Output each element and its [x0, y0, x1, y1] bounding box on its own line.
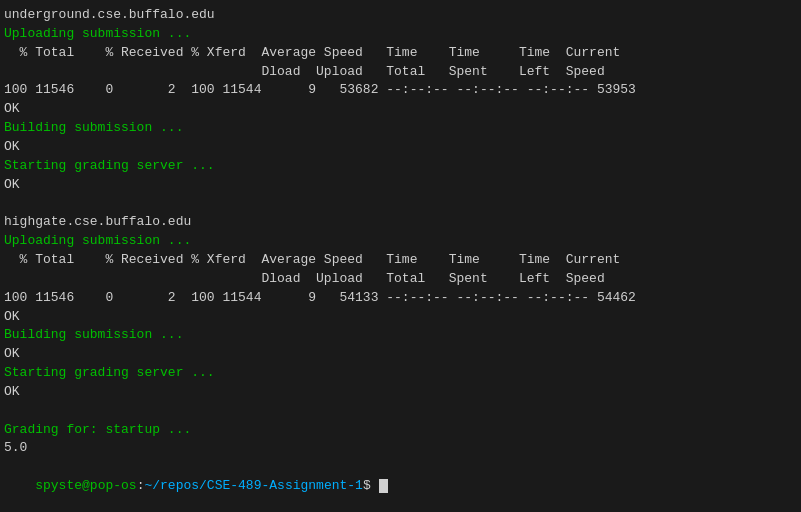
prompt-line[interactable]: spyste@pop-os:~/repos/CSE-489-Assignment…: [4, 458, 797, 512]
line-18: Building submission ...: [4, 326, 797, 345]
line-5: 100 11546 0 2 100 11544 9 53682 --:--:--…: [4, 81, 797, 100]
terminal: underground.cse.buffalo.edu Uploading su…: [0, 0, 801, 512]
prompt-path: ~/repos/CSE-489-Assignment-1: [144, 478, 362, 493]
line-3: % Total % Received % Xferd Average Speed…: [4, 44, 797, 63]
line-24: 5.0: [4, 439, 797, 458]
line-11: [4, 194, 797, 213]
prompt-dollar: $: [363, 478, 379, 493]
line-8: OK: [4, 138, 797, 157]
line-7: Building submission ...: [4, 119, 797, 138]
line-6: OK: [4, 100, 797, 119]
line-4: Dload Upload Total Spent Left Speed: [4, 63, 797, 82]
line-14: % Total % Received % Xferd Average Speed…: [4, 251, 797, 270]
line-12: highgate.cse.buffalo.edu: [4, 213, 797, 232]
line-2: Uploading submission ...: [4, 25, 797, 44]
line-10: OK: [4, 176, 797, 195]
line-22: [4, 402, 797, 421]
line-20: Starting grading server ...: [4, 364, 797, 383]
line-9: Starting grading server ...: [4, 157, 797, 176]
prompt-user: spyste: [35, 478, 82, 493]
line-23: Grading for: startup ...: [4, 421, 797, 440]
line-13: Uploading submission ...: [4, 232, 797, 251]
line-21: OK: [4, 383, 797, 402]
prompt-at: @pop-os: [82, 478, 137, 493]
line-15: Dload Upload Total Spent Left Speed: [4, 270, 797, 289]
cursor: [379, 479, 388, 493]
line-17: OK: [4, 308, 797, 327]
line-16: 100 11546 0 2 100 11544 9 54133 --:--:--…: [4, 289, 797, 308]
line-19: OK: [4, 345, 797, 364]
line-1: underground.cse.buffalo.edu: [4, 6, 797, 25]
